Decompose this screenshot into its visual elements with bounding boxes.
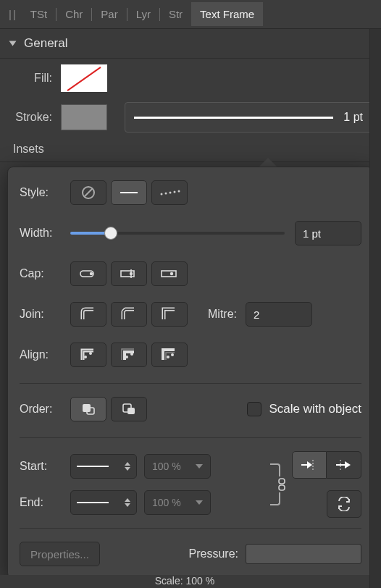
scrollbar[interactable] [369, 29, 381, 588]
insets-label: Insets [9, 143, 372, 156]
start-size-value: 100 % [152, 461, 181, 472]
pressure-curve-preview[interactable] [246, 544, 361, 564]
order-front-icon [121, 402, 137, 416]
svg-point-12 [130, 272, 133, 275]
style-dash-button[interactable] [151, 180, 188, 205]
general-section-header[interactable]: General [0, 29, 381, 58]
dropdown-triangle-icon [196, 500, 203, 505]
tab-tst[interactable]: TSt [22, 2, 56, 26]
start-label: Start: [20, 460, 70, 473]
svg-rect-24 [127, 408, 135, 414]
cap-butt-button[interactable] [111, 261, 147, 286]
scale-with-object-label: Scale with object [269, 402, 361, 416]
cap-label: Cap: [20, 267, 70, 280]
end-size-select[interactable]: 100 % [144, 490, 211, 515]
stroke-swatch[interactable] [61, 104, 107, 130]
stroke-width-preview[interactable]: 1 pt [125, 102, 372, 133]
cap-round-button[interactable] [70, 261, 106, 286]
general-panel: Fill: Stroke: 1 pt Insets [0, 58, 381, 162]
mitre-label: Mitre: [208, 308, 237, 321]
stroke-popover: Style: Width: 1 [7, 167, 374, 579]
svg-line-1 [84, 188, 93, 197]
slider-thumb-icon[interactable] [104, 227, 117, 240]
fill-swatch[interactable] [61, 64, 107, 92]
arrow-to-line-icon [300, 458, 319, 471]
order-front-button[interactable] [111, 397, 147, 421]
align-label: Align: [20, 348, 70, 361]
align-inside-button[interactable] [111, 343, 147, 367]
stroke-preview-line-icon [134, 117, 333, 119]
svg-point-19 [167, 356, 169, 358]
order-label: Order: [20, 403, 70, 416]
properties-button[interactable]: Properties... [20, 542, 100, 566]
tab-bar: || TSt Chr Par Lyr Str Text Frame [0, 0, 381, 29]
tab-par[interactable]: Par [92, 2, 126, 26]
align-center-button[interactable] [70, 343, 106, 367]
chain-link-icon [277, 478, 287, 491]
svg-rect-25 [279, 479, 285, 484]
tab-chr[interactable]: Chr [56, 2, 91, 26]
tab-overflow-left[interactable]: || [4, 8, 22, 20]
svg-point-18 [130, 353, 133, 356]
svg-point-9 [90, 272, 93, 275]
end-arrowhead-select[interactable] [70, 490, 137, 515]
scale-with-object-checkbox[interactable] [247, 402, 261, 416]
svg-rect-26 [279, 485, 285, 490]
swap-arrows-button[interactable] [327, 490, 361, 518]
divider [20, 437, 361, 438]
width-value-input[interactable]: 1 pt [295, 221, 361, 245]
cap-butt-icon [119, 267, 139, 280]
svg-point-5 [169, 192, 172, 194]
svg-point-17 [125, 356, 128, 358]
mitre-value-input[interactable]: 2 [246, 302, 312, 327]
tab-text-frame[interactable]: Text Frame [191, 2, 263, 26]
disclosure-triangle-icon [9, 41, 17, 46]
svg-point-15 [84, 356, 87, 358]
style-none-button[interactable] [70, 180, 106, 205]
tab-lyr[interactable]: Lyr [127, 2, 159, 26]
general-section-title: General [24, 36, 67, 51]
stepper-up-icon [125, 462, 130, 466]
end-label: End: [20, 496, 70, 509]
bracket-top-icon [270, 463, 280, 476]
start-arrowhead-select[interactable] [70, 454, 137, 479]
join-label: Join: [20, 308, 70, 321]
align-outside-icon [160, 347, 179, 363]
svg-point-16 [89, 352, 92, 355]
join-mitre-button[interactable] [151, 302, 188, 327]
dropdown-triangle-icon [196, 464, 203, 469]
order-behind-button[interactable] [70, 397, 106, 421]
tab-str[interactable]: Str [160, 2, 191, 26]
link-sizes-toggle[interactable] [267, 462, 283, 507]
bracket-bottom-icon [270, 492, 280, 505]
width-slider[interactable] [70, 232, 285, 235]
sync-icon [335, 497, 353, 511]
svg-point-7 [178, 190, 180, 193]
svg-point-14 [170, 272, 173, 275]
svg-point-20 [171, 353, 174, 356]
join-round-button[interactable] [70, 302, 106, 327]
join-bevel-button[interactable] [111, 302, 147, 327]
svg-point-3 [161, 193, 163, 196]
cap-square-icon [159, 267, 180, 280]
join-bevel-icon [120, 306, 138, 322]
join-round-icon [79, 306, 98, 322]
solid-line-icon [119, 189, 139, 196]
stroke-width-value: 1 pt [343, 111, 363, 124]
footer-scale-readout: Scale: 100 % [0, 575, 369, 588]
start-size-select[interactable]: 100 % [144, 454, 211, 479]
align-outside-button[interactable] [151, 343, 188, 367]
no-stroke-icon [80, 185, 96, 201]
style-label: Style: [20, 186, 70, 199]
style-solid-button[interactable] [111, 180, 147, 205]
arrow-place-past-button[interactable] [327, 451, 361, 479]
stepper-up-icon [125, 498, 130, 502]
dashed-line-icon [159, 189, 180, 196]
end-size-value: 100 % [152, 497, 181, 508]
width-label: Width: [20, 227, 70, 240]
align-inside-icon [120, 347, 138, 363]
arrow-place-end-button[interactable] [292, 451, 327, 479]
svg-point-6 [174, 191, 176, 193]
fill-label: Fill: [9, 72, 61, 85]
cap-square-button[interactable] [151, 261, 188, 286]
